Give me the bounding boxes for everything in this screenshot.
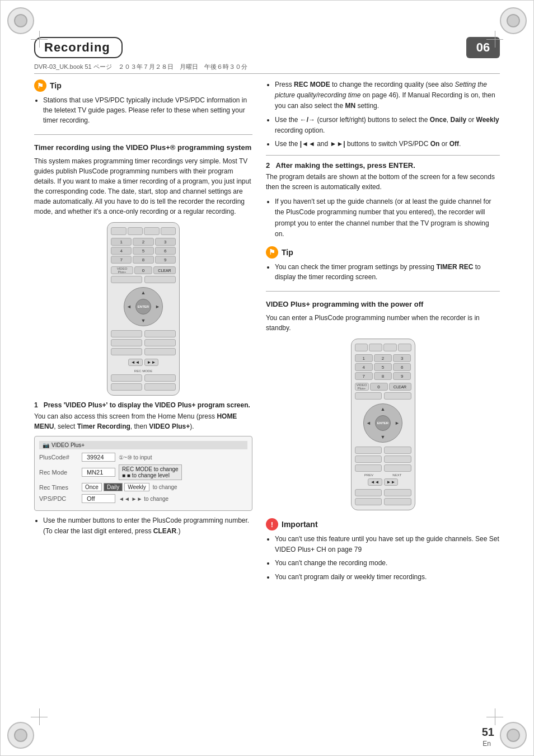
- remote-num-9: 9: [155, 256, 176, 264]
- right-bullet-2: Use the ←/→ (cursor left/right) buttons …: [275, 115, 500, 136]
- dpad-circle: ▲ ▼ ◄ ► ENTER: [124, 287, 163, 326]
- remote-side-row-4: [111, 348, 176, 355]
- prev-next-labels: PREV NEXT: [355, 473, 411, 477]
- remote-num-0: 0: [134, 266, 152, 274]
- remote-side-row-5: [111, 374, 176, 382]
- remote-right-dpad: ▲ ▼ ◄ ► ENTER: [363, 403, 402, 443]
- page-sub: En: [483, 740, 491, 748]
- dpad-enter-btn: ENTER: [135, 299, 151, 314]
- remote-right-side-bottom: [355, 447, 411, 472]
- tip-icon-left: ⚑: [34, 79, 46, 92]
- remote-side-btn-4: [144, 330, 176, 337]
- section1-body: This system makes programming timer reco…: [34, 156, 252, 217]
- remote-zero-clear-row: VIDEOPlus+ 0 CLEAR: [111, 266, 176, 274]
- remote-right-side-row-1: [355, 392, 411, 400]
- remote-container-right: 1 2 3 4 5 6 7 8 9 VIDEOPlus+ 0 CLE: [266, 339, 500, 510]
- remote-clear-btn: CLEAR: [153, 266, 176, 274]
- remote-num-4: 4: [111, 247, 132, 255]
- crosshair-br: [486, 708, 503, 725]
- remote-num-5: 5: [133, 247, 153, 255]
- tip2-bullet-1: You can check the timer program settings…: [275, 262, 500, 282]
- remote-side-btn-3: [111, 330, 142, 337]
- dpad-right-enter-btn: ENTER: [375, 415, 391, 431]
- remote-transport: ◄◄ ►►: [128, 359, 159, 366]
- dpad-right-circle: ▲ ▼ ◄ ► ENTER: [363, 403, 402, 443]
- content-area: ⚑ Tip Stations that use VPS/PDC typicall…: [34, 79, 500, 585]
- remote-right-side-btn-12: [384, 498, 411, 505]
- tip-label-right: Tip: [282, 248, 293, 257]
- corner-tl: [7, 7, 34, 34]
- remote-num-7: 7: [111, 256, 132, 264]
- remote-right-top-buttons: [355, 344, 411, 351]
- divider-right-2: [266, 291, 500, 292]
- right-column: Press REC MODE to change the recording q…: [266, 79, 500, 585]
- remote-side-btn-1: [111, 276, 142, 283]
- dpad-right-down: ▼: [381, 434, 386, 440]
- step2-bullet-1: If you haven't set up the guide channels…: [275, 196, 500, 240]
- remote-side-btn-11: [111, 383, 142, 391]
- remote-right-side-row-4: [355, 464, 411, 472]
- tip-label-left: Tip: [50, 81, 62, 90]
- remote-side-btn-7: [111, 348, 142, 355]
- tip-box-left: ⚑ Tip Stations that use VPS/PDC typicall…: [34, 79, 252, 125]
- step2-heading: 2 After making the settings, press ENTER…: [266, 161, 500, 170]
- ui-hint-vpspdc: ◄◄ ►► to change: [119, 496, 168, 502]
- important-bullet-1: You can't use this feature until you hav…: [275, 534, 500, 555]
- remote-side-btn-9: [111, 374, 142, 382]
- left-column: ⚑ Tip Stations that use VPS/PDC typicall…: [34, 79, 252, 585]
- ui-value-recmode: MN21: [82, 468, 115, 477]
- divider-left: [34, 134, 252, 135]
- ui-capture: 📷 VIDEO Plus+ PlusCode# 39924 ①~⑩ to inp…: [34, 436, 252, 511]
- remote-side-top: [111, 276, 176, 283]
- crosshair-tr: [486, 31, 503, 48]
- tip2-bullets: You can check the timer program settings…: [266, 262, 500, 282]
- daily-option: Daily: [104, 483, 123, 491]
- dpad-up-arrow: ▲: [141, 290, 146, 295]
- remote-num-6: 6: [155, 247, 176, 255]
- ui-row-vpspdc: VPS/PDC Off ◄◄ ►► to change: [39, 494, 247, 503]
- ui-capture-title: 📷 VIDEO Plus+: [39, 441, 247, 449]
- remote-right-zero-clear-row: VIDEOPlus+ 0 CLEAR: [355, 383, 411, 391]
- header-bar: Recording 06: [34, 37, 500, 58]
- important-label: Important: [282, 520, 318, 529]
- ui-row-pluscode: PlusCode# 39924 ①~⑩ to input: [39, 453, 247, 462]
- ui-hint-rectimes: to change: [153, 484, 177, 490]
- remote-right-side-btn-2: [384, 392, 411, 400]
- remote-side-btn-12: [144, 383, 176, 391]
- right-bullets: Press REC MODE to change the recording q…: [266, 79, 500, 149]
- right-bullet-1: Press REC MODE to change the recording q…: [275, 79, 500, 112]
- page-number: 51: [482, 726, 494, 739]
- transport-right-prev: ◄◄: [368, 478, 382, 486]
- remote-num-3: 3: [155, 238, 176, 246]
- remote-right-side-row-5: [355, 489, 411, 496]
- remote-num-8: 8: [133, 256, 153, 264]
- step2-bullets: If you haven't set up the guide channels…: [266, 196, 500, 240]
- important-bullet-3: You can't program daily or weekly timer …: [275, 572, 500, 583]
- remote-right-num-4: 4: [355, 363, 373, 371]
- page-title: Recording: [44, 40, 110, 55]
- transport-prev: ◄◄: [128, 359, 143, 366]
- section2-body: You can enter a PlusCode programming num…: [266, 313, 500, 333]
- ui-row-recmode: Rec Mode MN21 REC MODE to change ■ ■ to …: [39, 464, 247, 480]
- dpad-right-up: ▲: [381, 406, 386, 412]
- tip-bullet-1: Stations that use VPS/PDC typically incl…: [43, 95, 252, 125]
- remote-side-row-3: [111, 339, 176, 346]
- divider-right: [266, 155, 500, 156]
- tip-header-left: ⚑ Tip: [34, 79, 252, 92]
- transport-right-next: ►►: [384, 478, 399, 486]
- dpad-right-left: ◄: [366, 420, 371, 426]
- right-bullet-3: Use the |◄◄ and ►►| buttons to switch VP…: [275, 139, 500, 149]
- step1-bullet-1: Use the number buttons to enter the Plus…: [43, 515, 252, 537]
- remote-right-side-row-6: [355, 498, 411, 505]
- remote-right: 1 2 3 4 5 6 7 8 9 VIDEOPlus+ 0 CLE: [351, 339, 415, 510]
- tip-header-right: ⚑ Tip: [266, 246, 500, 259]
- remote-top-btn-3: [144, 227, 160, 235]
- section1-heading: Timer recording using the VIDEO Plus+® p…: [34, 143, 252, 153]
- ui-row-rectimes: Rec Times Once Daily Weekly to change: [39, 483, 247, 491]
- remote-side-row-6: [111, 383, 176, 391]
- once-option: Once: [82, 483, 102, 491]
- remote-right-side-btn-4: [384, 447, 411, 454]
- remote-right-side-btn-10: [384, 489, 411, 496]
- important-bullet-2: You can't change the recording mode.: [275, 558, 500, 569]
- remote-right-num-6: 6: [393, 363, 411, 371]
